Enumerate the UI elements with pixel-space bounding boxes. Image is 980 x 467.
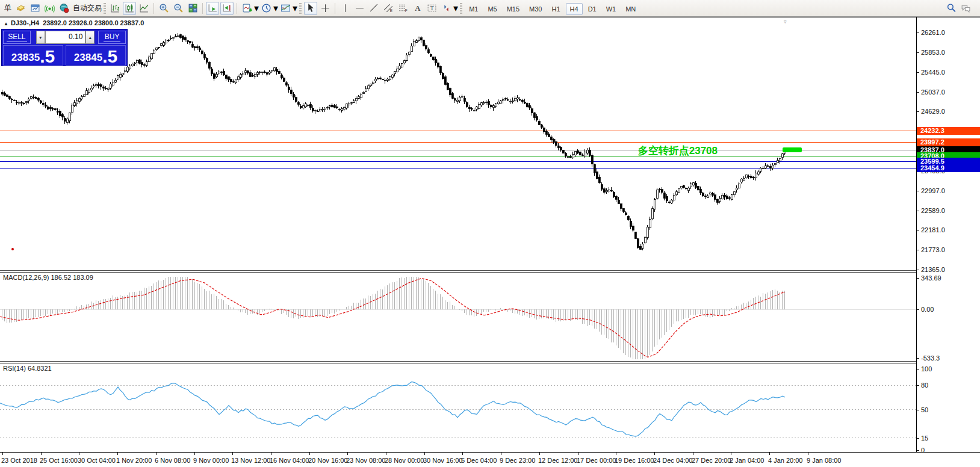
rsi-chart[interactable]	[0, 363, 916, 452]
timeframe-button-mn[interactable]: MN	[621, 3, 640, 15]
arrows-tool-caret[interactable]: ▾	[453, 2, 458, 14]
add-indicator-icon[interactable]	[240, 2, 253, 15]
time-tick-label: 12 Dec 12:00	[538, 457, 577, 464]
price-tick: 21773.0	[921, 246, 945, 254]
cursor-icon[interactable]	[304, 2, 317, 15]
timeframe-button-h4[interactable]: H4	[566, 3, 583, 15]
timeframe-button-d1[interactable]: D1	[584, 3, 601, 15]
template-caret[interactable]: ▾	[293, 2, 297, 14]
macd-label: MACD(12,26,9) 186.52 183.09	[3, 274, 93, 281]
svg-text:T: T	[430, 5, 433, 11]
price-axis[interactable]: 26261.025853.025445.025037.024629.024221…	[916, 17, 980, 452]
pivot-annotation-text[interactable]: 多空转折点23708	[638, 144, 718, 158]
sell-price-display[interactable]: 23835.5	[3, 45, 63, 66]
time-tick-mark	[386, 453, 386, 455]
chat-icon[interactable]	[959, 2, 972, 15]
time-axis[interactable]: 23 Oct 201825 Oct 16:0030 Oct 04:001 Nov…	[0, 452, 980, 467]
price-tick: 24629.0	[921, 107, 945, 116]
volume-input[interactable]: 0.10	[45, 31, 86, 44]
time-tick-mark	[2, 453, 3, 455]
macd-pane[interactable]: MACD(12,26,9) 186.52 183.09	[0, 273, 916, 361]
main-toolbar: 单 自动交易	[0, 0, 980, 17]
time-tick-mark	[578, 453, 578, 455]
time-tick-label: 4 Jan 20:00	[768, 457, 803, 464]
toolbar-separator	[202, 3, 203, 14]
timeframe-button-w1[interactable]: W1	[602, 3, 621, 15]
text-tool-icon[interactable]: A	[411, 2, 424, 15]
periods-icon[interactable]	[259, 2, 273, 15]
horizontal-line-tool-icon[interactable]	[353, 2, 366, 15]
auto-scroll-icon[interactable]	[206, 2, 219, 15]
trendline-tool-icon[interactable]	[367, 2, 380, 15]
axis-tick-mark	[917, 211, 919, 211]
time-tick-mark	[79, 453, 79, 455]
arrows-tool-icon[interactable]	[439, 2, 453, 15]
axis-tick-mark	[917, 32, 919, 33]
pivot-annotation-marker[interactable]	[783, 147, 802, 152]
time-tick-label: 9 Nov 00:00	[193, 457, 229, 464]
bar-chart-type-icon[interactable]	[108, 2, 122, 15]
main-price-pane[interactable]: ▲DJ30-,H4 23892.0 23926.0 23800.0 23837.…	[0, 17, 916, 270]
new-order-icon[interactable]	[14, 2, 27, 15]
time-tick-label: 2 Jan 04:00	[730, 457, 764, 464]
time-tick-mark	[41, 453, 42, 455]
rsi-tick: 100	[921, 365, 932, 373]
template-icon[interactable]	[279, 2, 292, 15]
search-icon[interactable]	[944, 2, 958, 15]
fibonacci-tool-icon[interactable]: F	[396, 2, 409, 15]
auto-trading-label[interactable]: 自动交易	[73, 3, 102, 13]
svg-text:A: A	[415, 4, 421, 13]
time-tick-label: 13 Nov 12:00	[231, 457, 270, 464]
rsi-pane[interactable]: RSI(14) 64.8321	[0, 363, 916, 452]
toolbar-grip	[104, 3, 106, 14]
timeframe-group: M1M5M15M30H1H4D1W1MN	[464, 3, 640, 14]
chart-window-icon[interactable]	[28, 2, 42, 15]
timeframe-button-m1[interactable]: M1	[465, 3, 482, 15]
volume-increase-button[interactable]: ▲	[85, 31, 95, 44]
chart-shift-icon[interactable]	[220, 2, 234, 15]
price-tick: 22997.0	[921, 187, 945, 195]
chart-end-marker-icon[interactable]: ▿	[784, 19, 787, 25]
price-line-label[interactable]: 24232.3	[917, 127, 980, 135]
zoom-in-icon[interactable]	[157, 2, 170, 15]
equidistant-channel-tool-icon[interactable]: E	[382, 2, 395, 15]
axis-tick-mark	[917, 191, 919, 191]
timeframe-button-m5[interactable]: M5	[483, 3, 501, 15]
vertical-line-tool-icon[interactable]	[338, 2, 352, 15]
time-tick-label: 23 Nov 08:00	[346, 457, 385, 464]
sell-button[interactable]: SELL	[3, 31, 31, 44]
macd-tick: -533.3	[921, 354, 940, 362]
candlestick-chart[interactable]	[0, 17, 916, 270]
macd-chart[interactable]	[0, 273, 916, 361]
macd-tick: 343.69	[921, 274, 941, 282]
periods-caret[interactable]: ▾	[273, 2, 278, 14]
timeframe-button-m15[interactable]: M15	[503, 3, 524, 15]
new-order-label[interactable]: 单	[4, 3, 11, 13]
crosshair-icon[interactable]	[318, 2, 332, 15]
zoom-out-icon[interactable]	[172, 2, 185, 15]
price-line-label[interactable]: 23997.2	[917, 138, 980, 146]
toolbar-grip	[299, 3, 302, 14]
collapse-arrow-icon[interactable]: ▲	[4, 21, 8, 26]
candlestick-chart-type-icon[interactable]	[123, 2, 136, 15]
price-line-label[interactable]: 23454.9	[917, 164, 980, 172]
tile-windows-icon[interactable]	[186, 2, 199, 15]
time-tick-label: 23 Oct 2018	[1, 457, 37, 464]
price-tick: 25037.0	[921, 88, 945, 96]
auto-trading-icon[interactable]	[57, 2, 70, 15]
text-label-tool-icon[interactable]: T	[425, 2, 438, 15]
signal-icon[interactable]	[43, 2, 56, 15]
add-indicator-caret[interactable]: ▾	[254, 2, 259, 14]
timeframe-button-h1[interactable]: H1	[548, 3, 565, 15]
rsi-tick: 15	[921, 434, 928, 442]
volume-decrease-button[interactable]: ▼	[36, 31, 45, 44]
time-tick-mark	[808, 453, 808, 455]
buy-button[interactable]: BUY	[98, 31, 126, 44]
line-chart-type-icon[interactable]	[137, 2, 150, 15]
time-tick-label: 28 Nov 00:00	[385, 457, 424, 464]
axis-tick-mark	[917, 230, 919, 230]
axis-tick-mark	[917, 450, 919, 451]
axis-tick-mark	[917, 52, 919, 53]
timeframe-button-m30[interactable]: M30	[525, 3, 546, 15]
buy-price-display[interactable]: 23845.5	[66, 45, 126, 66]
